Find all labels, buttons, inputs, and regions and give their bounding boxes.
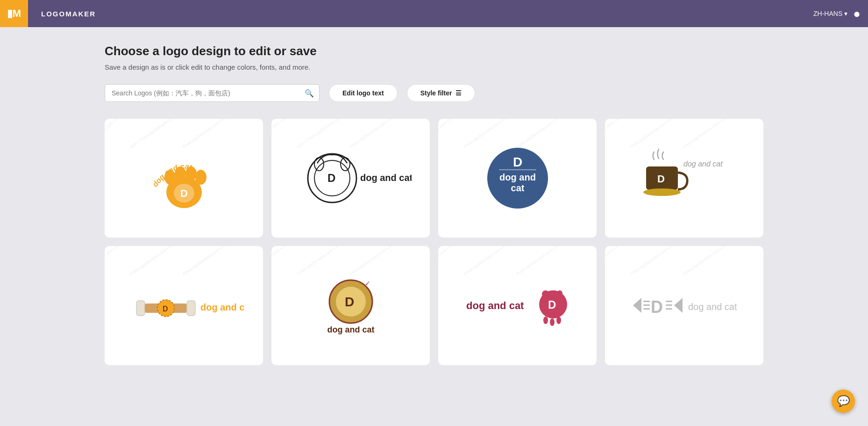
svg-text:D: D [327, 172, 335, 184]
header: ▮M LOGOMAKER ZH-HANS ▾ ● [0, 0, 868, 27]
svg-rect-27 [187, 301, 195, 316]
page-title: Choose a logo design to edit or save [105, 44, 763, 58]
logo-card-1[interactable]: FreeLogoServices.com • Free FreeLogoServ… [105, 119, 263, 238]
svg-text:dog and cat: dog and cat [360, 173, 412, 183]
language-selector[interactable]: ZH-HANS ▾ [813, 10, 847, 17]
coffee-cup-svg: D dog and cat [624, 141, 745, 216]
logo-card-5-inner: D dog and cat [105, 246, 263, 365]
svg-text:dog and cat: dog and cat [683, 160, 723, 168]
svg-text:D: D [180, 188, 188, 199]
svg-text:D: D [512, 155, 522, 169]
brown-circle-svg: D ✓ dog and cat [304, 268, 398, 343]
svg-marker-50 [674, 298, 683, 313]
svg-rect-47 [666, 301, 672, 302]
svg-point-2 [164, 170, 176, 185]
logo-grid: FreeLogoServices.com • Free FreeLogoServ… [105, 119, 763, 365]
controls-row: 🔍 Edit logo text Style filter ☰ [105, 84, 763, 102]
logo-card-6[interactable]: FreeLogoServices.com • Free FreeLogoServ… [271, 246, 430, 365]
svg-text:D: D [651, 297, 663, 317]
search-box: 🔍 [105, 84, 320, 102]
svg-text:D: D [345, 295, 354, 309]
svg-point-12 [341, 158, 350, 171]
style-filter-label: Style filter [420, 89, 452, 97]
logo-card-7-inner: dog and cat D [438, 246, 597, 365]
svg-point-38 [550, 318, 555, 326]
svg-text:dog and cat: dog and cat [688, 302, 737, 312]
search-button[interactable]: 🔍 [305, 89, 314, 98]
svg-text:dog and cat: dog and cat [466, 300, 524, 311]
svg-marker-42 [633, 298, 641, 313]
svg-rect-45 [643, 308, 650, 310]
edit-logo-text-button[interactable]: Edit logo text [329, 84, 398, 102]
svg-point-37 [543, 317, 548, 324]
svg-point-21 [643, 188, 681, 196]
svg-rect-48 [666, 304, 672, 306]
svg-text:dog and: dog and [499, 172, 536, 182]
header-logo-box: ▮M [0, 0, 28, 27]
logo-card-3[interactable]: FreeLogoServices.com • Free FreeLogoServ… [438, 119, 597, 238]
logo-card-5[interactable]: FreeLogoServices.com • Free FreeLogoServ… [105, 246, 263, 365]
svg-point-4 [185, 166, 197, 181]
logo-card-6-inner: D ✓ dog and cat [271, 246, 430, 365]
style-filter-button[interactable]: Style filter ☰ [407, 84, 476, 102]
arrow-d-svg: D dog and cat [619, 268, 750, 343]
header-right: ZH-HANS ▾ ● [813, 7, 861, 21]
brand-name: LOGOMAKER [41, 10, 96, 18]
rolling-pin-svg: D dog and cat [123, 268, 245, 343]
svg-rect-23 [136, 301, 145, 316]
svg-text:D: D [163, 305, 168, 313]
floating-action-button[interactable]: 💬 [832, 390, 855, 413]
svg-text:dog and cat: dog and cat [200, 302, 245, 312]
svg-point-11 [314, 158, 324, 171]
svg-point-39 [556, 317, 561, 324]
search-input[interactable] [105, 84, 320, 102]
logo-card-7[interactable]: FreeLogoServices.com • Free FreeLogoServ… [438, 246, 597, 365]
logo-card-3-inner: D dog and cat [438, 119, 597, 238]
main-content: Choose a logo design to edit or save Sav… [0, 27, 868, 384]
paw-svg: dog and cat D [137, 141, 231, 216]
pink-d-svg: dog and cat D [452, 268, 583, 343]
svg-point-41 [557, 290, 562, 296]
svg-text:dog and cat: dog and cat [327, 325, 374, 334]
svg-text:D: D [657, 173, 665, 185]
chevron-down-icon: ▾ [844, 10, 847, 17]
svg-text:cat: cat [511, 183, 524, 193]
svg-rect-49 [666, 308, 672, 310]
blue-circle-svg: D dog and cat [471, 141, 564, 216]
logo-card-2[interactable]: FreeLogoServices.com • Free FreeLogoServ… [271, 119, 430, 238]
page-subtitle: Save a design as is or click edit to cha… [105, 63, 763, 71]
logo-card-4-inner: D dog and cat [605, 119, 763, 238]
svg-rect-44 [643, 304, 650, 306]
chat-icon: 💬 [837, 395, 850, 407]
lang-label: ZH-HANS [813, 10, 842, 17]
user-account-icon[interactable]: ● [853, 7, 861, 21]
logo-card-2-inner: D dog and cat [271, 119, 430, 238]
svg-text:D: D [548, 298, 556, 311]
svg-point-40 [542, 290, 549, 298]
logo-card-1-inner: dog and cat D [105, 119, 263, 238]
m-icon: ▮M [7, 7, 21, 20]
svg-point-5 [195, 170, 206, 185]
svg-text:✓: ✓ [365, 280, 370, 287]
dog-circle-svg: D dog and cat [290, 141, 412, 216]
filter-icon: ☰ [455, 89, 462, 97]
svg-point-3 [175, 166, 186, 181]
search-icon: 🔍 [305, 89, 314, 97]
logo-card-8[interactable]: FreeLogoServices.com • Free FreeLogoServ… [605, 246, 763, 365]
logo-card-4[interactable]: FreeLogoServices.com • Free FreeLogoServ… [605, 119, 763, 238]
svg-rect-43 [643, 301, 650, 302]
logo-card-8-inner: D dog and cat [605, 246, 763, 365]
